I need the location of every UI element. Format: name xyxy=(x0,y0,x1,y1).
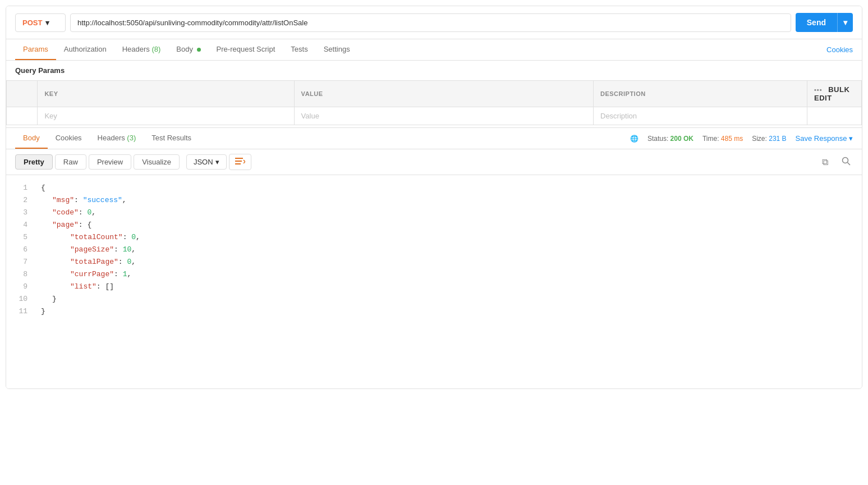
size-value: 231 B xyxy=(769,135,786,143)
code-line-5: "totalCount": 0, xyxy=(34,231,862,244)
format-raw-button[interactable]: Raw xyxy=(55,154,86,170)
tab-test-results[interactable]: Test Results xyxy=(144,128,199,149)
tab-pre-request[interactable]: Pre-request Script xyxy=(209,39,283,60)
tab-response-cookies[interactable]: Cookies xyxy=(48,128,90,149)
code-line-10: } xyxy=(34,293,862,305)
col-key: KEY xyxy=(38,81,294,107)
code-view: 1 2 3 4 5 6 7 8 9 10 11 { "msg": "succes… xyxy=(6,175,862,388)
tab-tests[interactable]: Tests xyxy=(283,39,315,60)
code-line-3: "code": 0, xyxy=(34,207,862,219)
json-format-select[interactable]: JSON ▾ xyxy=(186,154,227,170)
method-select[interactable]: POST ▾ xyxy=(15,13,66,32)
send-dropdown-arrow[interactable]: ▾ xyxy=(837,13,853,32)
row-checkbox xyxy=(7,107,38,125)
filter-button[interactable] xyxy=(229,154,251,170)
tab-response-headers[interactable]: Headers (3) xyxy=(90,128,144,149)
status-label: Status: 200 OK xyxy=(647,135,694,143)
size-label: Size: 231 B xyxy=(752,135,786,143)
col-description: DESCRIPTION xyxy=(594,81,807,107)
code-line-4: "page": { xyxy=(34,219,862,231)
tab-params[interactable]: Params xyxy=(15,39,56,60)
table-row: Key Value Description xyxy=(7,107,862,125)
query-params-header: Query Params xyxy=(6,61,862,80)
col-value: VALUE xyxy=(294,81,593,107)
format-preview-button[interactable]: Preview xyxy=(89,154,131,170)
response-tabs-bar: Body Cookies Headers (3) Test Results 🌐 … xyxy=(6,128,862,149)
copy-icon[interactable]: ⧉ xyxy=(820,155,830,170)
tab-headers[interactable]: Headers (8) xyxy=(114,39,169,60)
save-response-button[interactable]: Save Response ▾ xyxy=(796,134,853,143)
body-dot-icon xyxy=(197,48,201,52)
method-chevron-icon: ▾ xyxy=(45,19,49,27)
svg-line-4 xyxy=(848,162,851,165)
more-icon[interactable]: ••• xyxy=(814,86,823,93)
format-bar: Pretty Raw Preview Visualize JSON ▾ ⧉ xyxy=(6,149,862,175)
format-visualize-button[interactable]: Visualize xyxy=(134,154,180,170)
code-line-6: "pageSize": 10, xyxy=(34,244,862,256)
code-line-8: "currPage": 1, xyxy=(34,268,862,281)
status-value: 200 OK xyxy=(670,135,694,143)
globe-icon: 🌐 xyxy=(630,135,639,143)
response-section: Body Cookies Headers (3) Test Results 🌐 … xyxy=(6,127,862,388)
tab-response-body[interactable]: Body xyxy=(15,128,48,149)
filter-icon xyxy=(235,157,245,165)
search-icon[interactable] xyxy=(839,154,853,170)
code-line-11: } xyxy=(34,305,862,318)
time-label: Time: 485 ms xyxy=(702,135,743,143)
request-tabs: Params Authorization Headers (8) Body Pr… xyxy=(6,39,862,61)
description-input-cell: Description xyxy=(594,107,807,125)
format-pretty-button[interactable]: Pretty xyxy=(15,154,53,170)
svg-point-3 xyxy=(843,157,848,163)
key-input-cell: Key xyxy=(38,107,294,125)
send-button[interactable]: Send ▾ xyxy=(796,13,853,32)
value-input-cell: Value xyxy=(294,107,593,125)
tab-body[interactable]: Body xyxy=(168,39,208,60)
col-actions: ••• Bulk Edit xyxy=(807,81,862,107)
tab-authorization[interactable]: Authorization xyxy=(56,39,114,60)
url-bar: POST ▾ Send ▾ xyxy=(6,6,862,39)
json-chevron-icon: ▾ xyxy=(215,158,219,166)
time-value: 485 ms xyxy=(721,135,743,143)
response-status-bar: 🌐 Status: 200 OK Time: 485 ms Size: 231 … xyxy=(630,134,853,143)
line-numbers: 1 2 3 4 5 6 7 8 9 10 11 xyxy=(6,175,34,388)
url-input[interactable] xyxy=(70,13,791,32)
method-label: POST xyxy=(22,19,42,27)
code-line-1: { xyxy=(34,182,862,194)
row-actions xyxy=(807,107,862,125)
tab-settings[interactable]: Settings xyxy=(316,39,358,60)
cookies-link[interactable]: Cookies xyxy=(826,45,853,54)
send-btn-main[interactable]: Send xyxy=(796,13,837,32)
params-table: KEY VALUE DESCRIPTION ••• Bulk Edit Key … xyxy=(6,80,862,125)
code-line-9: "list": [] xyxy=(34,281,862,293)
code-content: { "msg": "success", "code": 0, "page": {… xyxy=(34,175,862,388)
code-line-2: "msg": "success", xyxy=(34,194,862,207)
code-line-7: "totalPage": 0, xyxy=(34,256,862,268)
col-checkbox xyxy=(7,81,38,107)
